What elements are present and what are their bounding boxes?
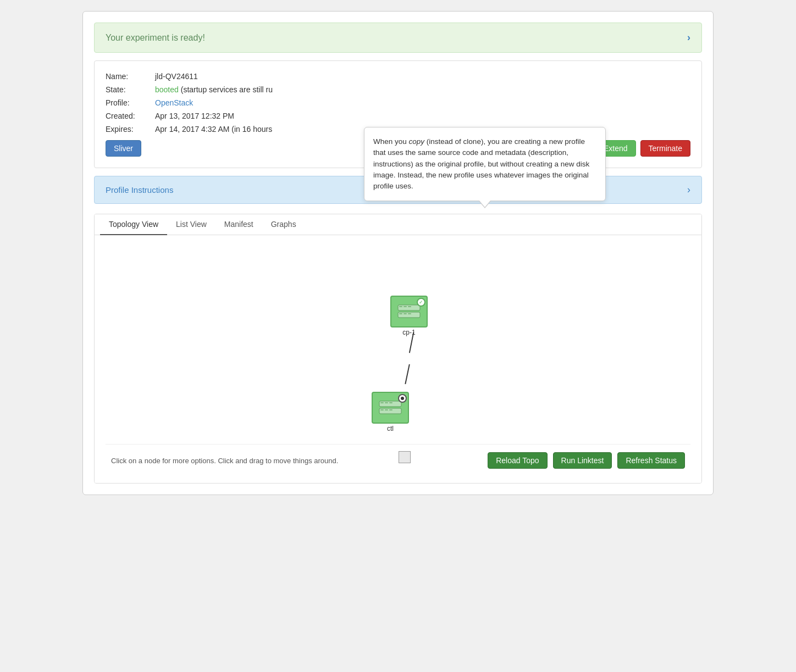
ready-banner-text: Your experiment is ready!	[106, 33, 205, 43]
topology-content: ✓ cp-1	[95, 235, 701, 483]
tab-list-view[interactable]: List View	[167, 214, 215, 235]
state-value: booted (startup services are still ru	[155, 85, 273, 94]
svg-rect-13	[389, 402, 393, 403]
created-label: Created:	[106, 112, 155, 120]
tooltip-text-before: When you	[373, 137, 409, 146]
tab-graphs[interactable]: Graphs	[262, 214, 305, 235]
svg-line-1	[405, 364, 410, 384]
name-value: jld-QV24611	[155, 72, 198, 81]
svg-rect-9	[408, 313, 411, 314]
profile-instructions-text: Profile Instructions	[106, 185, 173, 195]
copy-tooltip: When you copy (instead of clone), you ar…	[364, 127, 606, 201]
svg-rect-5	[408, 306, 411, 307]
info-section: Name: jld-QV24611 State: booted (startup…	[94, 60, 702, 168]
node-cp1-check: ✓	[417, 298, 425, 307]
terminate-button[interactable]: Terminate	[640, 140, 690, 157]
created-value: Apr 13, 2017 12:32 PM	[155, 112, 234, 120]
svg-rect-16	[385, 409, 388, 410]
svg-rect-14	[379, 408, 401, 414]
server-icon-cp1	[397, 304, 421, 319]
svg-rect-7	[399, 313, 402, 314]
svg-rect-2	[398, 305, 420, 310]
tabs-container: Topology View List View Manifest Graphs …	[94, 214, 702, 484]
svg-rect-17	[389, 409, 393, 410]
state-label: State:	[106, 85, 155, 94]
tab-manifest[interactable]: Manifest	[215, 214, 262, 235]
profile-row: Profile: OpenStack	[106, 98, 690, 107]
node-ctl[interactable]: ctl	[372, 392, 409, 432]
svg-rect-8	[403, 313, 407, 314]
node-cp1-box[interactable]: ✓	[390, 296, 428, 327]
svg-rect-11	[380, 402, 384, 403]
tabs-header: Topology View List View Manifest Graphs	[95, 214, 701, 235]
profile-label: Profile:	[106, 98, 155, 107]
state-booted: booted	[155, 85, 179, 94]
server-icon-ctl	[378, 400, 402, 415]
node-cp1-label: cp-1	[390, 329, 428, 336]
sliver-button[interactable]: Sliver	[106, 140, 141, 157]
svg-rect-4	[403, 306, 407, 307]
created-row: Created: Apr 13, 2017 12:32 PM	[106, 112, 690, 120]
run-linktest-button[interactable]: Run Linktest	[553, 452, 612, 469]
node-ctl-dot-inner	[401, 397, 404, 400]
ready-banner[interactable]: Your experiment is ready! ›	[94, 23, 702, 53]
node-cp1[interactable]: ✓ cp-1	[390, 296, 428, 336]
svg-rect-12	[385, 402, 388, 403]
svg-rect-10	[379, 401, 401, 407]
refresh-status-button[interactable]: Refresh Status	[617, 452, 685, 469]
ready-banner-chevron: ›	[687, 32, 690, 43]
state-row: State: booted (startup services are stil…	[106, 85, 690, 94]
name-row: Name: jld-QV24611	[106, 72, 690, 81]
info-table: Name: jld-QV24611 State: booted (startup…	[106, 72, 690, 134]
tooltip-italic-word: copy	[409, 137, 425, 146]
profile-link[interactable]: OpenStack	[155, 98, 193, 107]
node-ctl-label: ctl	[372, 425, 409, 432]
reload-topo-button[interactable]: Reload Topo	[488, 452, 547, 469]
topo-buttons: Reload Topo Run Linktest Refresh Status	[488, 452, 685, 469]
state-suffix: (startup services are still ru	[179, 85, 273, 94]
topo-hint: Click on a node for more options. Click …	[111, 457, 338, 465]
name-label: Name:	[106, 72, 155, 81]
topology-canvas: ✓ cp-1	[106, 246, 690, 444]
node-ctl-box[interactable]	[372, 392, 409, 424]
expires-label: Expires:	[106, 125, 155, 134]
topo-bottom: Click on a node for more options. Click …	[106, 444, 690, 472]
expires-value: Apr 14, 2017 4:32 AM (in 16 hours	[155, 125, 272, 134]
svg-rect-6	[398, 312, 420, 318]
tab-topology[interactable]: Topology View	[100, 214, 167, 235]
profile-instructions-chevron: ›	[687, 184, 690, 196]
link-node-box[interactable]	[399, 451, 411, 463]
page-wrapper: Your experiment is ready! › Name: jld-QV…	[82, 11, 714, 495]
svg-rect-15	[380, 409, 384, 410]
svg-rect-3	[399, 306, 402, 307]
node-ctl-dot	[398, 394, 407, 403]
